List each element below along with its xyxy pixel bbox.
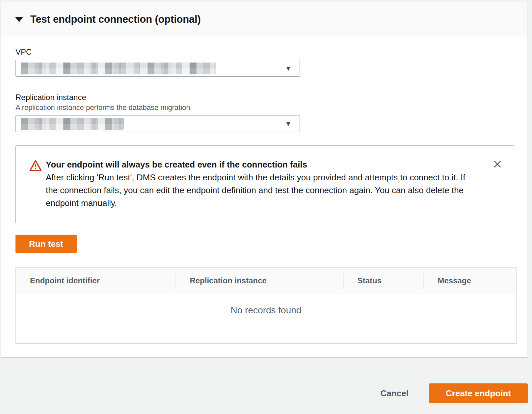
- warning-content: Your endpoint will always be created eve…: [46, 158, 474, 210]
- column-header-endpoint-identifier: Endpoint identifier: [16, 268, 175, 294]
- dropdown-caret-icon: ▼: [285, 65, 292, 72]
- page: Test endpoint connection (optional) VPC …: [0, 2, 532, 403]
- replication-instance-redacted-value: [21, 118, 124, 130]
- column-header-replication-instance: Replication instance: [175, 268, 343, 294]
- connection-results-table: Endpoint identifier Replication instance…: [15, 267, 517, 344]
- create-endpoint-button[interactable]: Create endpoint: [429, 383, 528, 403]
- dropdown-caret-icon: ▼: [285, 120, 292, 127]
- test-endpoint-panel: Test endpoint connection (optional) VPC …: [1, 2, 528, 357]
- empty-state-message: No records found: [16, 294, 516, 316]
- vpc-select[interactable]: ▼: [15, 60, 300, 77]
- section-body: VPC ▼ Replication instance A replication…: [1, 36, 527, 357]
- vpc-field: VPC ▼: [15, 47, 514, 77]
- section-title: Test endpoint connection (optional): [30, 13, 201, 25]
- warning-triangle-icon: [29, 159, 42, 172]
- warning-title: Your endpoint will always be created eve…: [46, 158, 474, 171]
- close-icon[interactable]: [491, 158, 504, 171]
- run-test-button[interactable]: Run test: [15, 235, 77, 253]
- column-header-status: Status: [343, 268, 424, 294]
- form-actions-footer: Cancel Create endpoint: [0, 357, 532, 403]
- vpc-label: VPC: [15, 47, 514, 57]
- replication-instance-field: Replication instance A replication insta…: [15, 93, 514, 132]
- table-body: No records found: [16, 294, 516, 343]
- replication-instance-label: Replication instance: [15, 93, 514, 102]
- warning-body: After clicking 'Run test', DMS creates t…: [46, 171, 474, 210]
- column-header-message: Message: [423, 268, 516, 294]
- replication-instance-description: A replication instance performs the data…: [15, 103, 514, 112]
- section-header[interactable]: Test endpoint connection (optional): [1, 2, 527, 36]
- cancel-button[interactable]: Cancel: [374, 388, 415, 399]
- collapse-caret-icon: [15, 17, 23, 22]
- replication-instance-select[interactable]: ▼: [15, 115, 300, 132]
- vpc-redacted-value: [21, 63, 216, 74]
- table-header-row: Endpoint identifier Replication instance…: [16, 268, 516, 294]
- warning-banner: Your endpoint will always be created eve…: [15, 145, 514, 223]
